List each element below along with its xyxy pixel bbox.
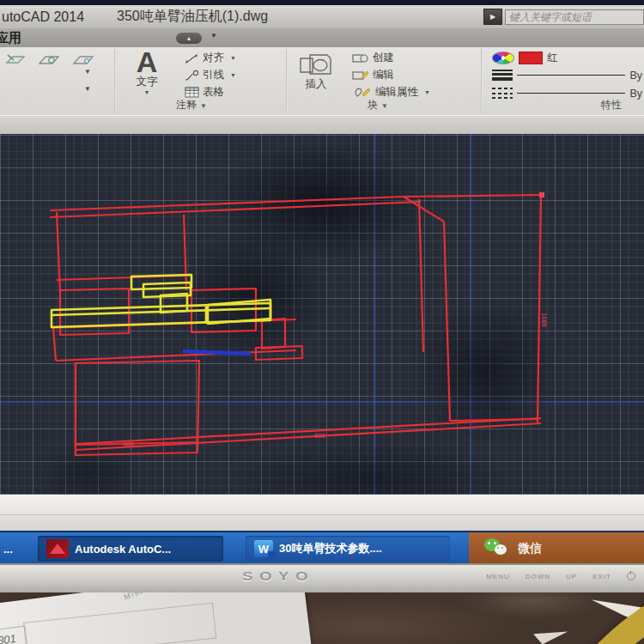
ribbon-minimize-caret-icon[interactable]: ▼ [210, 32, 217, 39]
photo-of-monitor: utoCAD 2014 350吨单臂油压机(1).dwg ▶ 应用 ▲ ▼ [0, 0, 644, 644]
linetype-icon [492, 87, 513, 100]
section-plane-icon [5, 52, 26, 68]
monitor-bezel: SOYO MENU DOWN UP EXIT [0, 563, 644, 592]
edit-attributes-icon [355, 87, 372, 98]
search-go-button[interactable]: ▶ [483, 9, 502, 25]
edit-block-icon [352, 70, 369, 81]
taskbar-overflow[interactable]: ... [3, 543, 26, 556]
desk-surface: 301 M791800 [0, 592, 644, 644]
leader-label: 引线 [203, 68, 224, 82]
taskbar-button-wps-doc[interactable]: W 30吨单臂技术参数.... [246, 536, 450, 562]
monitor-brand: SOYO [242, 568, 314, 583]
wps-task-label: 30吨单臂技术参数.... [279, 541, 382, 556]
caret-up-icon: ▲ [186, 35, 192, 41]
lineweight-sample-line [517, 75, 625, 76]
paper-code: M791800 [123, 592, 156, 602]
monitor-down-button: DOWN [526, 573, 550, 580]
linetype-value: By [629, 88, 642, 100]
panel-divider [481, 49, 483, 113]
insert-block-button[interactable]: 插入 [292, 47, 340, 97]
annotate-panel-text: 注释 [176, 99, 197, 111]
dimension-labels: 400 600 1600 [123, 313, 547, 448]
text-tool-label: 文字 [137, 75, 158, 89]
autocad-task-label: Autodesk AutoC... [75, 543, 171, 556]
ribbon: ▼ ▼ A 文字 ▼ 对齐 ▼ 引线 ▼ [0, 47, 644, 115]
caret-down-icon: ▼ [230, 55, 236, 61]
block-panel-text: 块 [368, 99, 378, 111]
current-color-swatch [519, 52, 543, 64]
panel-divider [114, 49, 116, 113]
taskbar-button-autocad[interactable]: Autodesk AutoC... [38, 536, 223, 562]
create-block-icon [352, 52, 369, 64]
caret-down-icon[interactable]: ▼ [84, 85, 91, 93]
text-tool-button[interactable]: A 文字 ▼ [129, 47, 165, 97]
lineweight-icon [492, 69, 513, 82]
text-style-a-icon: A [137, 49, 158, 75]
taskbar: ... Autodesk AutoC... W 30吨单臂技术参数.... 微信 [0, 531, 644, 565]
ribbon-bottom-band [0, 115, 644, 136]
block-panel-label[interactable]: 块▼ [368, 98, 388, 112]
monitor-menu-button: MENU [486, 573, 510, 580]
edit-block-button[interactable]: 编辑 [352, 68, 394, 82]
flatshot-tool-button[interactable] [34, 50, 64, 70]
blue-platen-line[interactable] [183, 351, 251, 354]
caret-down-icon: ▼ [230, 72, 236, 78]
caret-down-icon: ▼ [200, 102, 207, 110]
panel-divider [286, 49, 288, 113]
dim-text-right: 1600 [540, 313, 547, 327]
wechat-icon [484, 538, 510, 559]
wechat-task-label: 微信 [518, 541, 542, 556]
create-block-button[interactable]: 创建 [352, 51, 394, 65]
section-view-icon [72, 52, 94, 68]
autocad-icon [46, 539, 69, 558]
caret-down-icon: ▼ [424, 89, 430, 95]
dim-text-mid: 600 [314, 433, 325, 440]
current-color-label: 红 [547, 51, 558, 65]
edit-label: 编辑 [373, 68, 394, 82]
ribbon-minimize-button[interactable]: ▲ [176, 33, 202, 44]
monitor-buttons: MENU DOWN UP EXIT [486, 572, 635, 580]
help-search-input[interactable] [505, 9, 644, 25]
caret-down-icon: ▼ [144, 89, 150, 95]
document-title: 350吨单臂油压机(1).dwg [117, 8, 268, 26]
caret-down-icon: ▼ [381, 102, 388, 110]
create-label: 创建 [373, 51, 394, 65]
wps-word-icon: W [254, 540, 273, 557]
power-icon [627, 572, 635, 580]
properties-panel-text: 特性 [601, 99, 622, 111]
monitor-exit-button: EXIT [592, 573, 611, 580]
table-icon [185, 87, 199, 98]
insert-label: 插入 [306, 77, 327, 92]
triangle-right-icon: ▶ [490, 13, 495, 21]
app-menu-label[interactable]: 应用 [0, 30, 21, 46]
edit-attributes-button[interactable]: 编辑属性 ▼ [355, 85, 430, 100]
lineweight-value: By [629, 70, 642, 82]
command-line-area[interactable] [0, 495, 644, 532]
leader-button[interactable]: 引线 ▼ [185, 68, 236, 82]
paper-number: 301 [0, 632, 17, 644]
insert-block-icon [298, 53, 334, 77]
annotate-panel-label[interactable]: 注释▼ [176, 98, 207, 112]
lineweight-control[interactable]: By [492, 69, 642, 82]
dim-text-left: 400 [123, 441, 134, 448]
highlighted-ram-and-table[interactable] [52, 275, 270, 327]
align-dim-button[interactable]: 对齐 ▼ [185, 51, 236, 65]
flatshot-icon [38, 52, 60, 68]
aligned-dimension-icon [185, 52, 199, 64]
grip-point[interactable] [539, 192, 544, 197]
paper-document: 301 M791800 [0, 592, 314, 644]
section-tool-button[interactable] [2, 50, 29, 70]
leader-icon [185, 70, 199, 82]
app-title: utoCAD 2014 [2, 9, 84, 25]
cad-drawing[interactable]: 400 600 1600 [0, 134, 644, 495]
caret-down-icon[interactable]: ▼ [84, 68, 91, 76]
taskbar-button-wechat[interactable]: 微信 [469, 532, 644, 565]
section-view-button[interactable] [69, 50, 98, 70]
linetype-sample-line [517, 93, 625, 94]
object-color-control[interactable]: 红 [492, 51, 642, 65]
properties-panel-label[interactable]: 特性 [601, 98, 622, 112]
monitor-up-button: UP [566, 573, 577, 580]
drawing-canvas[interactable]: 400 600 1600 [0, 134, 644, 495]
paper-table-cell [23, 603, 216, 644]
color-wheel-icon [492, 52, 514, 64]
